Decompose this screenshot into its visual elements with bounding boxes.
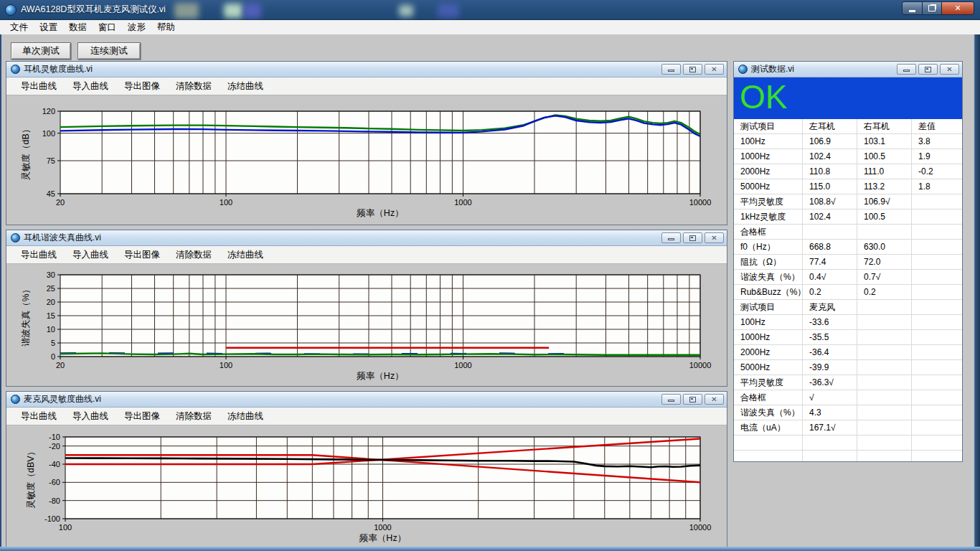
minimize-button[interactable] [897, 64, 916, 75]
menu-item-4[interactable]: 波形 [122, 20, 151, 34]
background-glass-blob [438, 4, 459, 17]
vi-icon [11, 395, 20, 404]
close-button[interactable]: ✕ [941, 1, 974, 15]
curve-menu: 导出曲线导入曲线导出图像清除数据冻结曲线 [6, 246, 727, 264]
curve-menu-item-1[interactable]: 导入曲线 [65, 408, 116, 425]
y-axis-label: 灵敏度（dB） [21, 125, 31, 181]
app-icon [5, 4, 17, 16]
table-row-6: 合格框 [734, 225, 962, 240]
restore-button[interactable] [922, 1, 942, 15]
svg-text:5: 5 [51, 339, 55, 347]
svg-text:10000: 10000 [689, 523, 712, 532]
menu-item-3[interactable]: 窗口 [93, 20, 122, 34]
menu-item-1[interactable]: 设置 [34, 20, 63, 34]
curve-menu-item-4[interactable]: 冻结曲线 [220, 408, 271, 425]
svg-text:-20: -20 [49, 442, 60, 451]
close-button[interactable]: ✕ [705, 64, 724, 75]
curve-menu-item-0[interactable]: 导出曲线 [13, 77, 65, 95]
menu-item-0[interactable]: 文件 [4, 20, 34, 34]
table-cell: 108.8√ [803, 194, 857, 209]
svg-text:100: 100 [220, 198, 232, 207]
background-glass-blob [399, 5, 413, 17]
curve-menu-item-2[interactable]: 导出图像 [116, 77, 168, 95]
table-row-18: 谐波失真（%）4.3 [734, 405, 962, 420]
close-button[interactable]: ✕ [940, 64, 959, 75]
close-icon: ✕ [711, 395, 717, 403]
restore-button[interactable] [683, 394, 702, 405]
minimize-icon [668, 400, 674, 402]
table-cell [912, 405, 962, 420]
table-row-11: 测试项目麦克风 [734, 300, 962, 315]
curve-menu-item-4[interactable]: 冻结曲线 [220, 77, 271, 95]
x-axis-label: 频率（Hz） [356, 208, 403, 218]
table-cell [912, 225, 962, 239]
background-glass-blob [224, 4, 242, 18]
chart-area: 457510012020100100010000频率（Hz）灵敏度（dB） [6, 95, 727, 225]
curve-menu-item-3[interactable]: 清除数据 [168, 77, 220, 95]
table-cell [857, 405, 912, 420]
svg-text:10: 10 [47, 325, 55, 334]
child-titlebar[interactable]: 耳机谐波失真曲线.vi ✕ [6, 230, 727, 246]
headphone-sensitivity-window: 耳机灵敏度曲线.vi ✕ 导出曲线导入曲线导出图像清除数据冻结曲线 457510… [6, 61, 727, 225]
menu-item-5[interactable]: 帮助 [151, 20, 181, 34]
close-button[interactable]: ✕ [705, 232, 724, 243]
table-cell [857, 451, 912, 461]
curve-menu-item-1[interactable]: 导入曲线 [65, 246, 116, 264]
table-cell [912, 390, 962, 405]
restore-button[interactable] [683, 64, 702, 75]
headphone-sensitivity-chart: 457510012020100100010000频率（Hz）灵敏度（dB） [6, 95, 727, 225]
child-titlebar[interactable]: 耳机灵敏度曲线.vi ✕ [6, 62, 727, 77]
close-icon: ✕ [711, 65, 717, 73]
restore-button[interactable] [918, 64, 938, 75]
single-test-button[interactable]: 单次测试 [11, 42, 71, 60]
table-cell [734, 451, 803, 461]
table-cell: 1000Hz [734, 330, 803, 344]
table-cell: 102.4 [803, 149, 857, 164]
table-cell: -36.3√ [803, 375, 857, 390]
child-titlebar[interactable]: 麦克风灵敏度曲线.vi ✕ [6, 392, 727, 408]
curve-menu-item-2[interactable]: 导出图像 [116, 408, 168, 425]
child-titlebar[interactable]: 测试数据.vi ✕ [734, 62, 962, 77]
table-cell: 3.8 [912, 134, 962, 149]
svg-text:0: 0 [51, 352, 55, 361]
minimize-button[interactable] [902, 1, 923, 15]
table-row-2: 2000Hz110.8111.0-0.2 [734, 164, 962, 179]
svg-text:20: 20 [56, 198, 65, 207]
table-cell: 4.3 [803, 405, 857, 420]
restore-button[interactable] [683, 232, 702, 243]
window-right-border [974, 34, 980, 551]
curve-menu-item-3[interactable]: 清除数据 [168, 246, 220, 264]
curve-menu-item-0[interactable]: 导出曲线 [13, 408, 65, 425]
table-cell: 113.2 [857, 179, 912, 194]
table-cell: Rub&Buzz（%） [734, 285, 803, 299]
curve-menu-item-4[interactable]: 冻结曲线 [220, 246, 271, 264]
svg-text:75: 75 [47, 156, 55, 165]
continuous-test-button[interactable]: 连续测试 [77, 42, 141, 60]
window-left-border [0, 34, 1, 551]
table-row-15: 5000Hz-39.9 [734, 360, 962, 375]
status-banner: OK [734, 77, 962, 119]
table-cell [912, 270, 962, 284]
menu-item-2[interactable]: 数据 [63, 20, 93, 34]
svg-text:1000: 1000 [454, 361, 471, 369]
table-cell: 1.8 [912, 179, 962, 194]
table-cell: 115.0 [803, 179, 857, 194]
table-row-20 [734, 435, 962, 451]
vi-icon [11, 233, 20, 242]
table-cell: 0.2 [803, 285, 857, 299]
svg-text:10000: 10000 [689, 361, 712, 369]
table-cell: 5000Hz [734, 360, 803, 375]
table-row-4: 平均灵敏度108.8√106.9√ [734, 194, 962, 209]
curve-menu-item-3[interactable]: 清除数据 [168, 408, 220, 425]
minimize-button[interactable] [661, 394, 681, 405]
vi-icon [738, 65, 748, 74]
minimize-button[interactable] [661, 232, 681, 243]
curve-menu-item-0[interactable]: 导出曲线 [13, 246, 65, 264]
table-cell: 测试项目 [734, 119, 803, 133]
table-cell: 平均灵敏度 [734, 194, 803, 209]
curve-menu-item-1[interactable]: 导入曲线 [65, 77, 116, 95]
close-button[interactable]: ✕ [705, 394, 724, 405]
minimize-button[interactable] [661, 64, 681, 75]
curve-menu-item-2[interactable]: 导出图像 [116, 246, 168, 264]
minimize-icon [668, 70, 674, 72]
